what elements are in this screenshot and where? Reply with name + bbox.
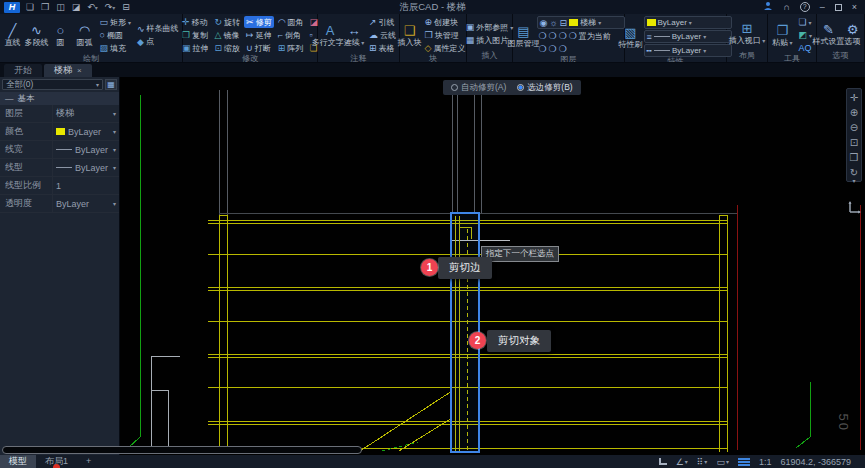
- layer-manager-button[interactable]: ▤图层管理: [513, 16, 535, 55]
- tab-close-icon[interactable]: ×: [77, 64, 82, 77]
- insert-block-button[interactable]: ❑插入块: [399, 16, 421, 54]
- stretch-button[interactable]: ▣拉伸: [180, 42, 211, 54]
- property-value[interactable]: 楼梯▾: [52, 105, 119, 122]
- move-button[interactable]: ✛移动: [180, 16, 211, 28]
- scale-indicator[interactable]: 1:1: [759, 457, 772, 467]
- polyline-button[interactable]: ∿多段线: [25, 16, 47, 54]
- command-input[interactable]: [2, 446, 362, 454]
- zoom-window-icon[interactable]: ⊡: [847, 135, 861, 150]
- restore-button[interactable]: [835, 4, 842, 11]
- block-manager-button[interactable]: ❒块管理: [423, 29, 468, 41]
- open-icon[interactable]: ❒: [41, 1, 49, 13]
- trim-button[interactable]: ✂修剪: [244, 16, 274, 28]
- pan-icon[interactable]: ✛: [847, 90, 861, 105]
- ortho-toggle[interactable]: [659, 458, 667, 465]
- circle-button[interactable]: ○圆: [49, 16, 71, 54]
- undo-icon[interactable]: ↶▾: [87, 1, 98, 14]
- close-button[interactable]: ×: [852, 1, 857, 13]
- orbit-icon[interactable]: ↻▾: [847, 165, 861, 180]
- point-button[interactable]: ◆点: [135, 36, 181, 48]
- table-button[interactable]: ⊞表格: [367, 42, 398, 54]
- snap-grid-toggle[interactable]: ⠿▾: [697, 457, 708, 467]
- extend-button[interactable]: ↦延伸: [244, 29, 274, 41]
- lineweight-select-button[interactable]: ≡ByLayer▾: [644, 30, 732, 43]
- app-logo-icon[interactable]: H: [4, 2, 20, 13]
- zoom-in-icon[interactable]: ⊕: [847, 105, 861, 120]
- options-button[interactable]: ⚙选项: [842, 16, 864, 51]
- print-icon[interactable]: ⊟: [122, 1, 130, 13]
- layer-states-button[interactable]: ❍❍❍❍置为当前: [537, 30, 625, 42]
- save-icon[interactable]: ◫: [56, 1, 65, 13]
- quick-calc-button[interactable]: AQ: [796, 42, 814, 54]
- dynamic-input-toggle[interactable]: ▭▾: [716, 457, 729, 467]
- chamfer-button[interactable]: ⌐倒角: [276, 29, 306, 41]
- lineweight-toggle[interactable]: [738, 458, 750, 466]
- layer-select-button[interactable]: ◉☼⊟楼梯▾: [537, 16, 625, 29]
- drawing-canvas[interactable]: 自动修剪(A) 选边修剪(B) 指定下一个栏选点 1 剪切边 2 剪切对象 ✛⊕…: [120, 77, 865, 455]
- selection-filter-dropdown[interactable]: 全部(0) ▾: [2, 79, 103, 90]
- window-controls: ∩ ? – ×: [763, 1, 861, 14]
- leader-button[interactable]: ↗引线: [367, 16, 398, 28]
- polar-tracking-toggle[interactable]: ∠▾: [676, 457, 688, 467]
- layer-states-label: 置为当前: [579, 31, 611, 42]
- scale-button[interactable]: ⊡缩放: [213, 42, 243, 54]
- ellipse-button[interactable]: ○椭圆: [97, 29, 133, 41]
- rotate-button[interactable]: ↻旋转: [213, 16, 243, 28]
- property-value[interactable]: ByLayer▾: [52, 123, 119, 140]
- property-value[interactable]: ByLayer▾: [52, 159, 119, 176]
- arc-button[interactable]: ◠圆弧: [73, 16, 95, 54]
- properties-section-basic[interactable]: — 基本: [0, 92, 119, 105]
- style-settings-button[interactable]: ✎样式设置: [818, 16, 840, 51]
- property-label: 线宽: [0, 143, 52, 156]
- copy-clip-button[interactable]: ❏▾: [796, 16, 814, 28]
- extend-icon: ↦: [246, 30, 254, 40]
- linetype-select-button[interactable]: ╍ByLayer▾: [644, 44, 732, 57]
- create-block-button[interactable]: ⊕创建块: [423, 16, 468, 28]
- break-button[interactable]: ∪打断: [244, 42, 274, 54]
- tab-model[interactable]: 模型: [0, 455, 36, 468]
- tab-start[interactable]: 开始: [4, 64, 42, 77]
- spline-button[interactable]: ∿样条曲线: [135, 23, 181, 35]
- hatch-button[interactable]: ▨填充: [97, 42, 133, 54]
- zoom-out-icon[interactable]: ⊖: [847, 120, 861, 135]
- redo-icon[interactable]: ↷▾: [105, 1, 116, 14]
- property-value[interactable]: ByLayer▾: [52, 195, 119, 212]
- color-select-button[interactable]: ByLayer▾: [644, 16, 732, 29]
- attr-define-button[interactable]: ◇属性定义: [423, 42, 468, 54]
- dim-continue-button[interactable]: ↔连续 ▾: [343, 16, 365, 54]
- ribbon-group-选项: ✎样式设置⚙选项选项: [817, 14, 865, 62]
- fillet-button[interactable]: ◠圆角: [276, 16, 306, 28]
- color-swatch: [647, 19, 656, 26]
- line-button[interactable]: ╱直线: [1, 16, 23, 54]
- chevron-down-icon: ▾: [112, 5, 115, 11]
- help-icon[interactable]: ?: [800, 2, 810, 12]
- ribbon-group-块: ❑插入块⊕创建块❒块管理◇属性定义块: [400, 14, 467, 62]
- radio-auto-trim[interactable]: 自动修剪(A): [451, 82, 506, 94]
- rectangle-button[interactable]: ▭矩形▾: [97, 16, 133, 28]
- minimize-button[interactable]: –: [820, 1, 825, 13]
- paste-button[interactable]: ❐粘贴 ▾: [770, 16, 794, 54]
- save-as-icon[interactable]: ◪: [72, 1, 81, 13]
- step-label-cutting-edge: 剪切边: [438, 257, 492, 279]
- match-tool-button[interactable]: ◩▾: [796, 29, 814, 41]
- quick-select-button[interactable]: ▦: [105, 79, 117, 90]
- layer-tools-button[interactable]: ❍❍❍: [537, 43, 625, 55]
- add-layout-button[interactable]: +: [77, 455, 100, 468]
- tab-drawing-active[interactable]: 楼梯 ×: [44, 64, 92, 77]
- mtext-button[interactable]: A多行文字 ▾: [319, 16, 341, 54]
- property-value[interactable]: ByLayer▾: [52, 141, 119, 158]
- revcloud-button[interactable]: ☁云线: [367, 29, 398, 41]
- array-button[interactable]: ⊞阵列: [276, 42, 306, 54]
- new-icon[interactable]: ❏: [26, 1, 34, 13]
- match-props-button[interactable]: ▧特性刷: [620, 16, 642, 57]
- insert-viewport-button[interactable]: ⊞插入视口 ▾: [729, 16, 765, 51]
- xref-button[interactable]: ▣外部参照▾: [464, 21, 516, 33]
- zoom-extents-icon[interactable]: ❒: [847, 150, 861, 165]
- property-value[interactable]: 1: [52, 177, 119, 194]
- support-headset-icon[interactable]: ∩: [783, 1, 789, 13]
- copy-button[interactable]: ❐复制: [180, 29, 211, 41]
- mirror-button[interactable]: △镜像: [213, 29, 243, 41]
- radio-select-edge-trim[interactable]: 选边修剪(B): [517, 82, 572, 94]
- properties-panel: 全部(0) ▾ ▦ — 基本 图层楼梯▾颜色ByLayer▾线宽ByLayer▾…: [0, 77, 120, 455]
- user-account-icon[interactable]: [763, 1, 773, 14]
